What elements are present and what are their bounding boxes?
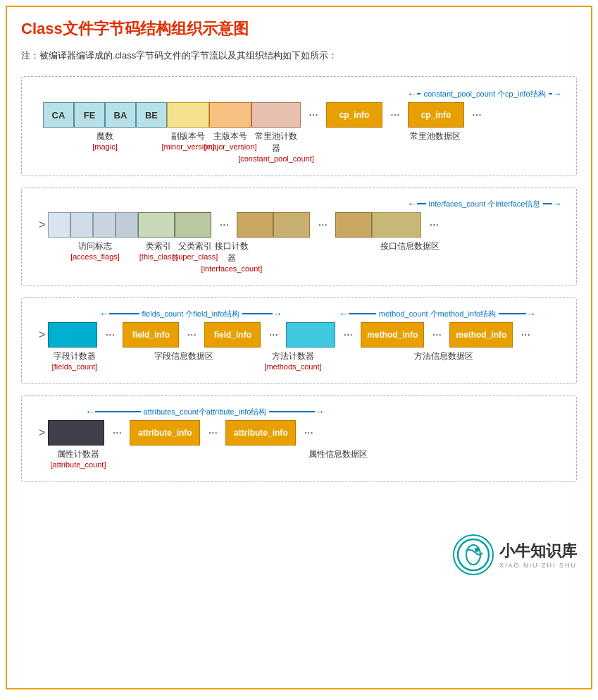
logo-icon — [453, 534, 494, 575]
attr-count-cell — [48, 420, 104, 446]
logo-text: 小牛知识库 XIAO NIU ZHI SHU — [499, 541, 577, 569]
ifaces-data-label: 接口信息数据区 — [380, 240, 440, 252]
major-version-cell — [209, 102, 251, 128]
super-label-en: [super_class] — [173, 252, 218, 261]
arrow-right-s3: > — [39, 328, 45, 341]
iface-data-3 — [335, 212, 372, 238]
dots-s4-2: ··· — [200, 420, 225, 446]
page-title: Class文件字节码结构组织示意图 — [21, 18, 577, 39]
fields-count-cell — [48, 322, 97, 348]
access-cells — [48, 212, 138, 238]
dots-s3-5: ··· — [424, 322, 449, 348]
methods-bracket-label: method_count 个method_info结构 — [376, 309, 499, 319]
attr-info-box-2: attribute_info — [225, 420, 296, 446]
iface-data-1 — [237, 212, 273, 238]
methods-count-cell — [286, 322, 335, 348]
svg-point-2 — [475, 548, 479, 552]
ifaces-bracket-label: interfaces_count 个interface信息 — [426, 199, 544, 209]
magic-label-en: [magic] — [92, 142, 117, 151]
super-class-cell — [138, 212, 175, 238]
logo-area: 小牛知识库 XIAO NIU ZHI SHU — [453, 534, 577, 575]
ifaces-label: 接口计数器 — [213, 240, 250, 264]
dots-s3-3: ··· — [261, 322, 286, 348]
attr-count-label-en: [attribute_count] — [51, 460, 106, 469]
dots-s3-4: ··· — [335, 322, 361, 348]
cp-data-label: 常里池数据区 — [410, 130, 461, 142]
attr-info-box-1: attribute_info — [130, 420, 200, 446]
minor-version-cell — [167, 102, 209, 128]
magic-fe: FE — [74, 102, 105, 128]
iface-data-4 — [372, 212, 421, 238]
cp-count-label: 常里池计数器 — [251, 130, 301, 154]
attr-bracket-label: attributes_count个attribute_info结构 — [141, 407, 270, 417]
cp-info-box-2: cp_info — [408, 102, 464, 128]
cp-count-cell — [251, 102, 301, 128]
main-container: Class文件字节码结构组织示意图 注：被编译器编译成的.class字节码文件的… — [6, 6, 592, 689]
dots-s3-6: ··· — [513, 322, 538, 348]
method-info-box-1: method_info — [361, 322, 424, 348]
ifaces-label-en: [interfaces_count] — [201, 264, 263, 273]
section2-box: ← interfaces_count 个interface信息 → > — [21, 188, 577, 286]
super-label: 父类索引 — [178, 240, 212, 252]
iface-data-2 — [273, 212, 310, 238]
methods-data-label: 方法信息数据区 — [414, 350, 473, 362]
access-label: 访问标志 — [78, 240, 112, 252]
attr-data-label: 属性信息数据区 — [309, 448, 368, 460]
method-info-box-2: method_info — [449, 322, 513, 348]
major-label: 主版本号 — [213, 130, 247, 142]
dots-s4-3: ··· — [296, 420, 321, 446]
access-label-en: [access_flags] — [70, 252, 120, 261]
section3-box: ← fields_count 个field_info结构 → ← method_… — [21, 297, 577, 384]
major-label-en: [major_version] — [204, 142, 256, 151]
dots-s2-2: ··· — [310, 212, 335, 238]
magic-ba: BA — [105, 102, 136, 128]
svg-point-0 — [458, 539, 489, 570]
dots-s4-1: ··· — [104, 420, 130, 446]
dots-2: ··· — [382, 102, 408, 128]
dots-s2-3: ··· — [421, 212, 447, 238]
section4-box: ← attributes_count个attribute_info结构 → > … — [21, 395, 577, 482]
attr-count-label: 属性计数器 — [57, 448, 99, 460]
magic-label: 魔数 — [96, 130, 113, 142]
methods-count-label-en: [methods_count] — [264, 362, 321, 371]
magic-be: BE — [136, 102, 167, 128]
field-info-box-1: field_info — [123, 322, 179, 348]
fields-count-label: 字段计数器 — [54, 350, 96, 362]
methods-count-label: 方法计数器 — [272, 350, 314, 362]
arrow-right-s2: > — [39, 219, 45, 231]
minor-label: 副版本号 — [171, 130, 205, 142]
dots-s2-1: ··· — [211, 212, 237, 238]
dots-s3-1: ··· — [97, 322, 123, 348]
magic-ca: CA — [43, 102, 74, 128]
cp-bracket-label: constant_pool_count 个cp_info结构 — [421, 89, 548, 99]
dots-s3-2: ··· — [179, 322, 204, 348]
cp-count-label-en: [constant_pool_count] — [238, 154, 314, 163]
dots-3: ··· — [464, 102, 490, 128]
field-info-box-2: field_info — [204, 322, 261, 348]
logo-main-text: 小牛知识库 — [499, 541, 577, 562]
page-note: 注：被编译器编译成的.class字节码文件的字节流以及其组织结构如下如所示： — [21, 49, 577, 62]
fields-data-label: 字段信息数据区 — [154, 350, 213, 362]
arrow-right-s4: > — [39, 426, 45, 439]
magic-cells: CA FE BA BE — [43, 102, 167, 128]
fields-bracket-label: fields_count 个field_info结构 — [139, 309, 243, 319]
fields-count-label-en: [fields_count] — [52, 362, 98, 371]
cp-info-box-1: cp_info — [326, 102, 382, 128]
section1-box: ← constant_pool_count 个cp_info结构 → CA FE… — [21, 76, 577, 176]
dots-1: ··· — [301, 102, 326, 128]
ifaces-count-cell — [175, 212, 211, 238]
this-label: 类索引 — [146, 240, 171, 252]
logo-sub-text: XIAO NIU ZHI SHU — [499, 562, 577, 569]
